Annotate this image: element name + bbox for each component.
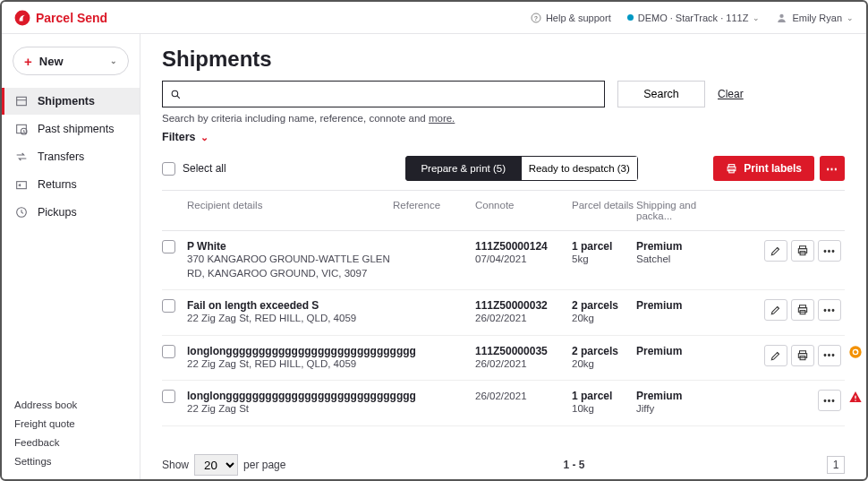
per-page-select[interactable]: 20 <box>194 454 238 476</box>
select-all[interactable]: Select all <box>162 162 226 176</box>
table-toolbar: Select all Prepare & print (5) Ready to … <box>162 156 845 181</box>
clear-link[interactable]: Clear <box>718 88 744 100</box>
table-row: Fail on length exceeded S22 Zig Zag St, … <box>162 290 845 336</box>
past-icon <box>14 122 29 136</box>
connote-number: 111Z50000124 <box>475 240 572 253</box>
row-more-button[interactable]: ••• <box>818 390 841 411</box>
sidebar-item-transfers[interactable]: Transfers <box>2 143 140 170</box>
table-row: longlonggggggggggggggggggggggggggggg22 Z… <box>162 381 845 426</box>
search-button[interactable]: Search <box>617 81 705 107</box>
more-dots-icon: ••• <box>823 305 836 315</box>
sidebar-item-returns[interactable]: Returns <box>2 171 140 198</box>
sidebar-item-label: Past shipments <box>38 123 114 135</box>
recipient-name: Fail on length exceeded S <box>187 299 393 312</box>
edit-button[interactable] <box>764 345 787 366</box>
svg-point-3 <box>780 14 784 18</box>
account-switcher[interactable]: DEMO · StarTrack · 111Z ⌄ <box>627 13 761 23</box>
svg-point-9 <box>172 90 178 97</box>
toolbar-more-button[interactable]: ⋯ <box>820 156 845 181</box>
tab-ready-despatch[interactable]: Ready to despatch (3) <box>522 156 638 181</box>
row-checkbox[interactable] <box>162 240 175 253</box>
sidebar-item-label: Returns <box>38 178 77 191</box>
plus-icon: + <box>24 54 32 69</box>
connote-date: 07/04/2021 <box>475 253 572 264</box>
svg-rect-7 <box>17 182 27 189</box>
checkbox-icon[interactable] <box>162 162 175 176</box>
returns-icon <box>14 177 29 192</box>
row-actions: ••• <box>726 345 845 366</box>
row-checkbox[interactable] <box>162 390 175 403</box>
recipient-address: 370 KANGAROO GROUND-WATTLE GLEN RD, KANG… <box>187 253 393 280</box>
pager-suffix: per page <box>243 459 285 471</box>
connote-date: 26/02/2021 <box>475 313 572 323</box>
row-more-button[interactable]: ••• <box>818 345 841 366</box>
more-dots-icon: ••• <box>823 246 836 256</box>
svg-rect-4 <box>17 97 27 105</box>
shipping-method: Premium <box>636 345 726 357</box>
sidebar-item-label: Transfers <box>38 150 84 163</box>
sidebar-footer: Address book Freight quote Feedback Sett… <box>2 399 140 470</box>
tab-prepare-print[interactable]: Prepare & print (5) <box>405 156 522 181</box>
edit-button[interactable] <box>764 299 787 321</box>
connote-number: 111Z50000035 <box>475 345 572 357</box>
pager-current-page[interactable]: 1 <box>827 456 845 474</box>
recipient-name: P White <box>187 240 393 253</box>
print-labels-button[interactable]: Print labels <box>713 156 814 181</box>
svg-line-10 <box>177 96 180 99</box>
row-more-button[interactable]: ••• <box>818 240 841 262</box>
more-link[interactable]: more. <box>429 113 455 124</box>
chevron-down-icon: ⌄ <box>847 13 854 22</box>
recipient-address: 22 Zig Zag St, RED HILL, QLD, 4059 <box>187 357 393 372</box>
recipient-address: 22 Zig Zag St <box>187 402 393 417</box>
main-nav: Shipments Past shipments Transfers Retur… <box>2 88 140 226</box>
more-dots-icon: ⋯ <box>826 162 838 176</box>
shipments-table: Recipient details Reference Connote Parc… <box>162 190 845 426</box>
user-menu[interactable]: Emily Ryan ⌄ <box>776 12 854 23</box>
table-row: longlonggggggggggggggggggggggggggggg22 Z… <box>162 336 845 382</box>
table-header: Recipient details Reference Connote Parc… <box>162 191 845 231</box>
svg-rect-26 <box>855 399 855 400</box>
brand: Parcel Send <box>14 10 107 26</box>
sidebar-item-pickups[interactable]: Pickups <box>2 199 140 226</box>
footer-freight-quote[interactable]: Freight quote <box>14 418 127 429</box>
row-checkbox[interactable] <box>162 345 175 358</box>
chevron-down-icon: ⌄ <box>200 132 208 143</box>
pager-range: 1 - 5 <box>563 459 584 471</box>
sidebar-item-shipments[interactable]: Shipments <box>2 88 140 115</box>
filters-toggle[interactable]: Filters ⌄ <box>162 131 845 143</box>
new-button[interactable]: + New ⌄ <box>13 47 129 75</box>
packaging-type: Jiffy <box>636 403 726 414</box>
parcel-count: 1 parcel <box>572 240 636 253</box>
processing-icon <box>848 345 863 359</box>
table-row: P White370 KANGAROO GROUND-WATTLE GLEN R… <box>162 231 845 290</box>
print-button[interactable] <box>791 240 814 262</box>
pickups-icon <box>14 205 29 219</box>
row-checkbox[interactable] <box>162 299 175 313</box>
edit-button[interactable] <box>764 240 787 262</box>
svg-point-23 <box>849 346 861 357</box>
search-input[interactable] <box>187 88 597 100</box>
page-title: Shipments <box>162 47 845 72</box>
col-recipient: Recipient details <box>187 200 393 221</box>
pager-show-label: Show <box>162 459 189 471</box>
pager: Show 20 per page 1 - 5 1 <box>162 454 845 476</box>
print-button[interactable] <box>791 299 814 321</box>
help-support-link[interactable]: ? Help & support <box>531 13 611 23</box>
footer-address-book[interactable]: Address book <box>14 399 127 410</box>
parcel-count: 2 parcels <box>572 345 636 357</box>
svg-text:?: ? <box>534 14 538 21</box>
row-more-button[interactable]: ••• <box>818 299 841 321</box>
help-icon: ? <box>531 13 541 23</box>
chevron-down-icon: ⌄ <box>110 56 117 65</box>
col-shipping: Shipping and packa... <box>636 200 726 221</box>
row-actions: ••• <box>726 240 845 262</box>
footer-feedback[interactable]: Feedback <box>14 437 127 448</box>
transfers-icon <box>14 150 29 164</box>
recipient-address: 22 Zig Zag St, RED HILL, QLD, 4059 <box>187 312 393 326</box>
chevron-down-icon: ⌄ <box>753 13 760 22</box>
printer-icon <box>726 163 737 175</box>
footer-settings[interactable]: Settings <box>14 456 127 467</box>
sidebar-item-past-shipments[interactable]: Past shipments <box>2 116 140 142</box>
connote-number: 111Z50000032 <box>475 299 572 312</box>
print-button[interactable] <box>791 345 814 366</box>
